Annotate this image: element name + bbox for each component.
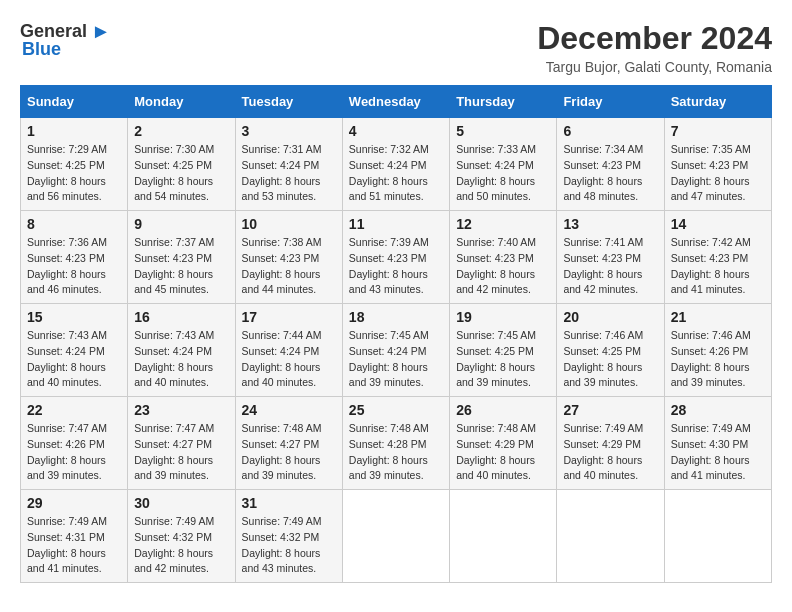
table-row: 5 Sunrise: 7:33 AMSunset: 4:24 PMDayligh… — [450, 118, 557, 211]
day-info: Sunrise: 7:43 AMSunset: 4:24 PMDaylight:… — [134, 329, 214, 388]
day-info: Sunrise: 7:49 AMSunset: 4:31 PMDaylight:… — [27, 515, 107, 574]
calendar-week-row: 15 Sunrise: 7:43 AMSunset: 4:24 PMDaylig… — [21, 304, 772, 397]
day-info: Sunrise: 7:35 AMSunset: 4:23 PMDaylight:… — [671, 143, 751, 202]
day-number: 17 — [242, 309, 336, 325]
day-number: 18 — [349, 309, 443, 325]
day-info: Sunrise: 7:44 AMSunset: 4:24 PMDaylight:… — [242, 329, 322, 388]
day-number: 29 — [27, 495, 121, 511]
day-info: Sunrise: 7:30 AMSunset: 4:25 PMDaylight:… — [134, 143, 214, 202]
col-saturday: Saturday — [664, 86, 771, 118]
page-header: General ► Blue December 2024 Targu Bujor… — [20, 20, 772, 75]
table-row: 27 Sunrise: 7:49 AMSunset: 4:29 PMDaylig… — [557, 397, 664, 490]
day-number: 9 — [134, 216, 228, 232]
table-row: 25 Sunrise: 7:48 AMSunset: 4:28 PMDaylig… — [342, 397, 449, 490]
col-sunday: Sunday — [21, 86, 128, 118]
day-number: 10 — [242, 216, 336, 232]
table-row: 30 Sunrise: 7:49 AMSunset: 4:32 PMDaylig… — [128, 490, 235, 583]
logo-blue: Blue — [22, 39, 61, 60]
table-row: 9 Sunrise: 7:37 AMSunset: 4:23 PMDayligh… — [128, 211, 235, 304]
day-number: 6 — [563, 123, 657, 139]
day-number: 13 — [563, 216, 657, 232]
day-info: Sunrise: 7:31 AMSunset: 4:24 PMDaylight:… — [242, 143, 322, 202]
day-number: 19 — [456, 309, 550, 325]
day-number: 16 — [134, 309, 228, 325]
day-info: Sunrise: 7:45 AMSunset: 4:25 PMDaylight:… — [456, 329, 536, 388]
table-row: 18 Sunrise: 7:45 AMSunset: 4:24 PMDaylig… — [342, 304, 449, 397]
day-number: 25 — [349, 402, 443, 418]
day-number: 22 — [27, 402, 121, 418]
table-row: 28 Sunrise: 7:49 AMSunset: 4:30 PMDaylig… — [664, 397, 771, 490]
day-number: 8 — [27, 216, 121, 232]
table-row: 6 Sunrise: 7:34 AMSunset: 4:23 PMDayligh… — [557, 118, 664, 211]
day-number: 24 — [242, 402, 336, 418]
day-info: Sunrise: 7:42 AMSunset: 4:23 PMDaylight:… — [671, 236, 751, 295]
col-thursday: Thursday — [450, 86, 557, 118]
day-number: 5 — [456, 123, 550, 139]
day-info: Sunrise: 7:49 AMSunset: 4:32 PMDaylight:… — [242, 515, 322, 574]
calendar-subtitle: Targu Bujor, Galati County, Romania — [537, 59, 772, 75]
day-info: Sunrise: 7:45 AMSunset: 4:24 PMDaylight:… — [349, 329, 429, 388]
day-info: Sunrise: 7:47 AMSunset: 4:26 PMDaylight:… — [27, 422, 107, 481]
day-number: 31 — [242, 495, 336, 511]
table-row: 8 Sunrise: 7:36 AMSunset: 4:23 PMDayligh… — [21, 211, 128, 304]
calendar-week-row: 22 Sunrise: 7:47 AMSunset: 4:26 PMDaylig… — [21, 397, 772, 490]
logo-bird-icon: ► — [91, 20, 111, 43]
day-number: 30 — [134, 495, 228, 511]
day-number: 4 — [349, 123, 443, 139]
day-info: Sunrise: 7:43 AMSunset: 4:24 PMDaylight:… — [27, 329, 107, 388]
day-number: 26 — [456, 402, 550, 418]
day-info: Sunrise: 7:40 AMSunset: 4:23 PMDaylight:… — [456, 236, 536, 295]
day-number: 14 — [671, 216, 765, 232]
table-row: 15 Sunrise: 7:43 AMSunset: 4:24 PMDaylig… — [21, 304, 128, 397]
day-number: 15 — [27, 309, 121, 325]
table-row: 22 Sunrise: 7:47 AMSunset: 4:26 PMDaylig… — [21, 397, 128, 490]
table-row — [342, 490, 449, 583]
day-info: Sunrise: 7:34 AMSunset: 4:23 PMDaylight:… — [563, 143, 643, 202]
table-row — [450, 490, 557, 583]
table-row: 12 Sunrise: 7:40 AMSunset: 4:23 PMDaylig… — [450, 211, 557, 304]
table-row: 20 Sunrise: 7:46 AMSunset: 4:25 PMDaylig… — [557, 304, 664, 397]
day-number: 28 — [671, 402, 765, 418]
table-row: 26 Sunrise: 7:48 AMSunset: 4:29 PMDaylig… — [450, 397, 557, 490]
day-number: 20 — [563, 309, 657, 325]
calendar-title-area: December 2024 Targu Bujor, Galati County… — [537, 20, 772, 75]
table-row: 31 Sunrise: 7:49 AMSunset: 4:32 PMDaylig… — [235, 490, 342, 583]
day-info: Sunrise: 7:41 AMSunset: 4:23 PMDaylight:… — [563, 236, 643, 295]
table-row — [557, 490, 664, 583]
table-row: 11 Sunrise: 7:39 AMSunset: 4:23 PMDaylig… — [342, 211, 449, 304]
day-info: Sunrise: 7:39 AMSunset: 4:23 PMDaylight:… — [349, 236, 429, 295]
day-number: 12 — [456, 216, 550, 232]
table-row: 19 Sunrise: 7:45 AMSunset: 4:25 PMDaylig… — [450, 304, 557, 397]
table-row: 2 Sunrise: 7:30 AMSunset: 4:25 PMDayligh… — [128, 118, 235, 211]
day-number: 11 — [349, 216, 443, 232]
day-info: Sunrise: 7:47 AMSunset: 4:27 PMDaylight:… — [134, 422, 214, 481]
col-monday: Monday — [128, 86, 235, 118]
col-friday: Friday — [557, 86, 664, 118]
table-row: 17 Sunrise: 7:44 AMSunset: 4:24 PMDaylig… — [235, 304, 342, 397]
day-info: Sunrise: 7:49 AMSunset: 4:30 PMDaylight:… — [671, 422, 751, 481]
day-number: 2 — [134, 123, 228, 139]
day-number: 27 — [563, 402, 657, 418]
col-wednesday: Wednesday — [342, 86, 449, 118]
day-info: Sunrise: 7:48 AMSunset: 4:29 PMDaylight:… — [456, 422, 536, 481]
day-info: Sunrise: 7:32 AMSunset: 4:24 PMDaylight:… — [349, 143, 429, 202]
table-row: 10 Sunrise: 7:38 AMSunset: 4:23 PMDaylig… — [235, 211, 342, 304]
col-tuesday: Tuesday — [235, 86, 342, 118]
day-number: 7 — [671, 123, 765, 139]
table-row: 4 Sunrise: 7:32 AMSunset: 4:24 PMDayligh… — [342, 118, 449, 211]
day-info: Sunrise: 7:36 AMSunset: 4:23 PMDaylight:… — [27, 236, 107, 295]
calendar-week-row: 29 Sunrise: 7:49 AMSunset: 4:31 PMDaylig… — [21, 490, 772, 583]
day-number: 3 — [242, 123, 336, 139]
table-row: 1 Sunrise: 7:29 AMSunset: 4:25 PMDayligh… — [21, 118, 128, 211]
day-number: 21 — [671, 309, 765, 325]
calendar-table: Sunday Monday Tuesday Wednesday Thursday… — [20, 85, 772, 583]
table-row: 16 Sunrise: 7:43 AMSunset: 4:24 PMDaylig… — [128, 304, 235, 397]
table-row: 24 Sunrise: 7:48 AMSunset: 4:27 PMDaylig… — [235, 397, 342, 490]
day-info: Sunrise: 7:46 AMSunset: 4:26 PMDaylight:… — [671, 329, 751, 388]
calendar-week-row: 1 Sunrise: 7:29 AMSunset: 4:25 PMDayligh… — [21, 118, 772, 211]
day-info: Sunrise: 7:48 AMSunset: 4:27 PMDaylight:… — [242, 422, 322, 481]
day-info: Sunrise: 7:46 AMSunset: 4:25 PMDaylight:… — [563, 329, 643, 388]
day-info: Sunrise: 7:37 AMSunset: 4:23 PMDaylight:… — [134, 236, 214, 295]
calendar-title: December 2024 — [537, 20, 772, 57]
table-row: 13 Sunrise: 7:41 AMSunset: 4:23 PMDaylig… — [557, 211, 664, 304]
